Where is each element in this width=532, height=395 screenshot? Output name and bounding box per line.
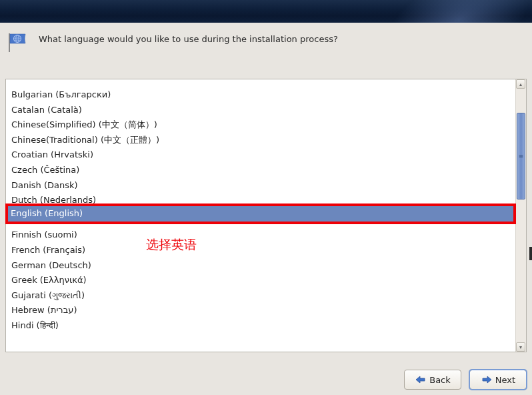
language-option[interactable]: Bulgarian (Български) <box>11 87 513 103</box>
scrollbar: ▴ ▾ <box>515 79 526 352</box>
navigation-button-bar: Back Next <box>404 370 527 390</box>
language-list[interactable]: Bulgarian (Български)Catalan (Català)Chi… <box>6 79 515 352</box>
language-option[interactable]: Czech (Čeština) <box>11 163 513 178</box>
language-option[interactable]: Estonian (eesti keel) <box>11 213 513 228</box>
language-option[interactable]: Greek (Ελληνικά) <box>11 273 513 288</box>
scroll-up-button[interactable]: ▴ <box>516 79 525 89</box>
prompt-area: What language would you like to use duri… <box>0 23 532 61</box>
installer-banner <box>0 0 532 23</box>
next-button[interactable]: Next <box>469 370 527 390</box>
language-option[interactable]: Danish (Dansk) <box>11 178 513 193</box>
language-option[interactable]: Hindi (हिन्दी) <box>11 318 513 334</box>
scroll-thumb[interactable] <box>517 113 525 200</box>
back-button-label: Back <box>429 375 451 385</box>
language-option[interactable]: Chinese(Traditional) (中文（正體）) <box>11 133 513 148</box>
arrow-left-icon <box>415 375 427 384</box>
language-option[interactable]: Gujarati (ગુજરાતી) <box>11 288 513 304</box>
language-option[interactable]: Croatian (Hrvatski) <box>11 147 513 163</box>
language-option[interactable] <box>11 208 513 213</box>
language-option[interactable]: Finnish (suomi) <box>11 228 513 243</box>
right-edge-mark <box>529 247 532 260</box>
language-list-container: Bulgarian (Български)Catalan (Català)Chi… <box>5 79 527 352</box>
language-option[interactable]: Dutch (Nederlands) <box>11 193 513 208</box>
arrow-right-icon <box>481 375 493 384</box>
language-option[interactable]: Hebrew (עברית) <box>11 303 513 318</box>
globe-flag-icon <box>8 32 29 53</box>
language-option[interactable]: French (Français) <box>11 243 513 258</box>
language-option[interactable]: German (Deutsch) <box>11 258 513 274</box>
language-option[interactable]: Catalan (Català) <box>11 103 513 118</box>
scroll-down-button[interactable]: ▾ <box>516 342 525 352</box>
back-button[interactable]: Back <box>404 370 461 390</box>
svg-rect-0 <box>9 33 10 52</box>
language-option[interactable]: Chinese(Simplified) (中文（简体）) <box>11 117 513 133</box>
next-button-label: Next <box>495 375 515 385</box>
prompt-text: What language would you like to use duri… <box>39 32 338 45</box>
